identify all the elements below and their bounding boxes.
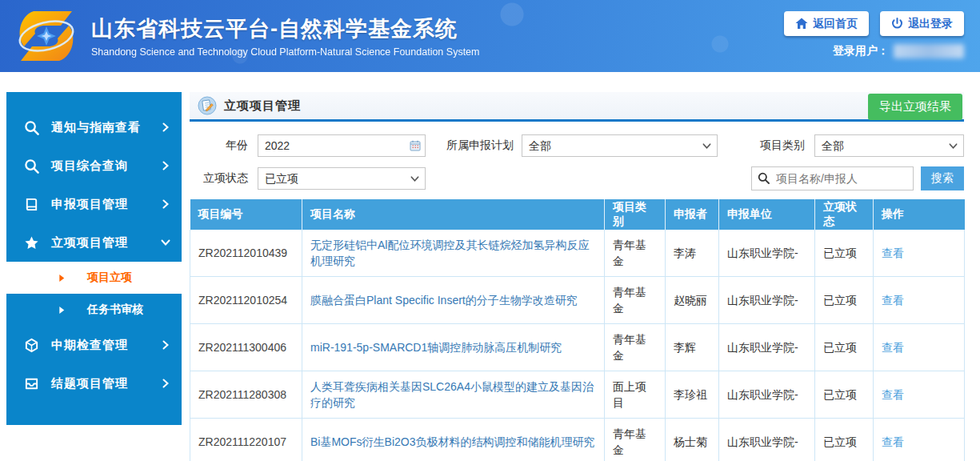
status-select-control[interactable]: 已立项 [258, 167, 426, 190]
project-name-link[interactable]: 人类耳聋疾病相关基因SLC26A4小鼠模型的建立及基因治疗的研究 [310, 380, 594, 409]
project-name-link[interactable]: miR-191-5p-SMARCD1轴调控肺动脉高压机制研究 [310, 341, 562, 354]
platform-logo-icon [10, 5, 83, 67]
table-row: ZR202111280308 人类耳聋疾病相关基因SLC26A4小鼠模型的建立及… [190, 371, 965, 419]
chevron-down-icon [161, 238, 170, 247]
sidebar-item-declared-projects[interactable]: 申报项目管理 [6, 185, 182, 223]
cell-project-code: ZR202111300406 [190, 324, 302, 371]
col-header-name: 项目名称 [302, 199, 605, 230]
projects-table: 项目编号 项目名称 项目类别 申报者 申报单位 立项状态 操作 ZR202112… [190, 199, 965, 461]
inbox-icon [24, 376, 39, 391]
cell-applicant: 李辉 [666, 324, 719, 371]
cell-applicant: 赵晓丽 [666, 277, 719, 324]
login-user-label: 登录用户： [833, 44, 889, 58]
year-input[interactable] [258, 134, 426, 157]
col-header-status: 立项状态 [815, 199, 874, 230]
cell-unit: 山东职业学院- [719, 277, 815, 324]
category-select-control[interactable]: 全部 [814, 134, 964, 157]
project-name-link[interactable]: Bi基MOFs衍生Bi2O3负极材料的结构调控和储能机理研究 [310, 435, 594, 448]
cell-applicant: 李涛 [666, 230, 719, 277]
col-header-category: 项目类别 [605, 199, 666, 230]
cell-unit: 山东职业学院- [719, 419, 815, 461]
status-select[interactable]: 已立项 [258, 167, 426, 190]
cell-category: 面上项目 [605, 371, 666, 419]
search-icon [24, 120, 39, 135]
content-header: 立项项目管理 导出立项结果 [190, 92, 964, 122]
col-header-action: 操作 [874, 199, 965, 230]
cell-project-code: ZR202112010254 [190, 277, 302, 324]
power-icon [891, 18, 903, 30]
view-link[interactable]: 查看 [882, 388, 904, 401]
document-pencil-icon [198, 96, 217, 115]
plan-select-control[interactable]: 全部 [522, 134, 718, 157]
chevron-right-icon [161, 340, 170, 350]
cell-category: 青年基金 [605, 230, 666, 277]
category-select[interactable]: 全部 [814, 134, 964, 157]
search-button[interactable]: 搜索 [921, 166, 964, 190]
col-header-applicant: 申报者 [666, 199, 719, 230]
sidebar-item-midterm-check[interactable]: 中期检查管理 [6, 326, 182, 364]
sidebar-item-completed-projects[interactable]: 结题项目管理 [6, 364, 182, 403]
chevron-right-icon [161, 199, 170, 209]
sidebar-item-approved-projects[interactable]: 立项项目管理 [6, 223, 182, 262]
export-results-button[interactable]: 导出立项结果 [868, 94, 962, 120]
cell-project-code: ZR202112010439 [190, 230, 302, 277]
project-name-link[interactable]: 膜融合蛋白Plant Specific Insert的分子生物学改造研究 [310, 294, 578, 307]
sidebar-subitem-task-review[interactable]: 任务书审核 [6, 294, 182, 326]
cell-status: 已立项 [815, 371, 874, 419]
logout-button[interactable]: 退出登录 [880, 11, 964, 36]
top-banner: 山东省科技云平台-自然科学基金系统 Shandong Science and T… [0, 0, 980, 72]
home-button[interactable]: 返回首页 [784, 11, 869, 36]
chevron-right-icon [161, 161, 170, 170]
col-header-code: 项目编号 [190, 199, 302, 230]
sidebar-item-label: 结题项目管理 [51, 376, 161, 391]
sidebar-subitem-label: 项目立项 [87, 271, 132, 285]
view-link[interactable]: 查看 [882, 294, 904, 307]
calendar-icon[interactable] [410, 140, 421, 151]
chevron-right-icon [161, 379, 170, 388]
sidebar-item-notices[interactable]: 通知与指南查看 [6, 108, 182, 146]
cube-icon [24, 338, 39, 353]
sidebar-item-label: 通知与指南查看 [51, 120, 161, 135]
sidebar: 通知与指南查看 项目综合查询 申报项目管理 [6, 92, 182, 425]
login-user-name-blurred [894, 44, 964, 58]
project-name-link[interactable]: 无定形硅铝中Al配位环境调控及其长链烷烃加氢异构反应机理研究 [310, 239, 589, 267]
sidebar-item-label: 立项项目管理 [51, 235, 161, 251]
search-icon [758, 172, 770, 184]
cell-category: 青年基金 [605, 277, 666, 324]
view-link[interactable]: 查看 [882, 435, 904, 448]
sidebar-item-label: 申报项目管理 [51, 197, 161, 212]
home-icon [795, 18, 808, 30]
cell-project-code: ZR202111220107 [190, 419, 302, 461]
table-row: ZR202111300406 miR-191-5p-SMARCD1轴调控肺动脉高… [190, 324, 965, 371]
cell-unit: 山东职业学院- [719, 324, 815, 371]
cell-status: 已立项 [815, 419, 874, 461]
home-button-label: 返回首页 [813, 17, 858, 31]
cell-status: 已立项 [815, 277, 874, 324]
plan-select[interactable]: 全部 [522, 134, 718, 157]
page-title: 立项项目管理 [198, 96, 301, 115]
table-row: ZR202112010254 膜融合蛋白Plant Specific Inser… [190, 277, 965, 324]
view-link[interactable]: 查看 [882, 341, 904, 354]
table-header-row: 项目编号 项目名称 项目类别 申报者 申报单位 立项状态 操作 [190, 199, 965, 230]
cell-applicant: 杨士菊 [666, 419, 719, 461]
col-header-unit: 申报单位 [719, 199, 815, 230]
cell-category: 青年基金 [605, 324, 666, 371]
page-title-text: 立项项目管理 [224, 98, 301, 114]
view-link[interactable]: 查看 [882, 247, 904, 259]
search-input[interactable] [751, 166, 914, 190]
filter-panel: 年份 所属申报计划 全部 [190, 122, 964, 199]
cell-unit: 山东职业学院- [719, 371, 815, 419]
app-title: 山东省科技云平台-自然科学基金系统 [91, 14, 479, 43]
sidebar-subitem-project-approval[interactable]: 项目立项 [6, 262, 182, 294]
chevron-right-icon [161, 122, 170, 132]
cell-applicant: 李珍祖 [666, 371, 719, 419]
sidebar-item-project-query[interactable]: 项目综合查询 [6, 146, 182, 185]
cell-status: 已立项 [815, 230, 874, 277]
star-icon [24, 235, 39, 251]
book-icon [24, 197, 39, 212]
main-content: 立项项目管理 导出立项结果 年份 所属申报计划 [190, 92, 964, 461]
sidebar-item-label: 中期检查管理 [51, 338, 161, 353]
sidebar-item-label: 项目综合查询 [51, 158, 161, 174]
cell-project-code: ZR202111280308 [190, 371, 302, 419]
logout-button-label: 退出登录 [908, 17, 953, 31]
